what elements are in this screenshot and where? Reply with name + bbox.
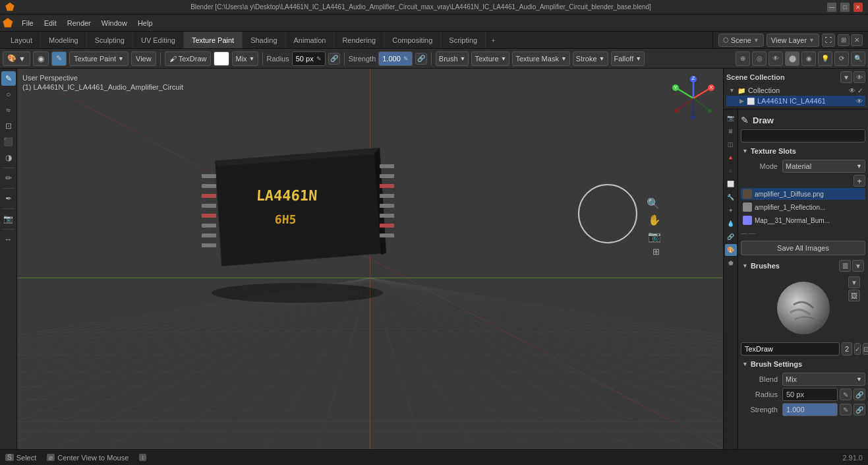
brush-selector[interactable]: 🖌 TexDraw: [165, 51, 212, 66]
tab-sculpting[interactable]: Sculpting: [87, 32, 133, 48]
tab-animation[interactable]: Animation: [286, 32, 335, 48]
camera-icon[interactable]: 📷: [1, 212, 16, 226]
delete-layout-btn[interactable]: ✕: [851, 34, 863, 46]
prop-physics-icon[interactable]: 💧: [725, 218, 737, 230]
editor-type-btn[interactable]: 🎨 ▼: [3, 51, 30, 66]
view-layer-selector[interactable]: View Layer ▼: [767, 34, 819, 47]
shading-eevee-icon[interactable]: ⟳: [834, 51, 849, 66]
tab-layout[interactable]: Layout: [3, 32, 41, 48]
texture-btn[interactable]: Texture ▼: [471, 51, 509, 66]
brush-preview-image-icon[interactable]: 🖼: [848, 290, 860, 301]
clone-tool[interactable]: ⊡: [1, 119, 16, 133]
add-texture-slot-btn[interactable]: +: [854, 175, 865, 187]
radius-prop-val[interactable]: 50 px: [782, 388, 838, 401]
tab-compositing[interactable]: Compositing: [384, 32, 441, 48]
prop-render-icon[interactable]: 📷: [725, 112, 737, 124]
radius-lock-icon[interactable]: 🔗: [328, 53, 340, 65]
shading-solid-icon[interactable]: ⬤: [785, 51, 799, 66]
fill-tool[interactable]: ⬛: [1, 135, 16, 149]
save-all-images-btn[interactable]: Save All Images: [741, 241, 865, 255]
prop-modifier-icon[interactable]: 🔧: [725, 191, 737, 203]
stroke-btn[interactable]: Stroke ▼: [573, 51, 608, 66]
soften-tool[interactable]: ○: [1, 87, 16, 102]
texture-slot-2[interactable]: Map__31_Normal_Bum...: [741, 214, 865, 226]
shading-rendered-icon[interactable]: 💡: [818, 51, 832, 66]
prop-output-icon[interactable]: 🖥: [725, 125, 737, 137]
tab-scripting[interactable]: Scripting: [441, 32, 486, 48]
view-btn[interactable]: View: [131, 51, 156, 66]
shading-material-icon[interactable]: ◉: [801, 51, 816, 66]
brush-search-input[interactable]: [741, 129, 865, 142]
blend-dropdown[interactable]: Mix ▼: [232, 51, 258, 66]
minimize-btn[interactable]: —: [827, 3, 836, 12]
brush-name-input[interactable]: [741, 342, 840, 356]
collection-item[interactable]: ▼ 📁 Collection 👁 ✓: [726, 85, 865, 96]
menu-window[interactable]: Window: [97, 18, 132, 28]
annotate-tool[interactable]: ✏: [1, 171, 16, 185]
show-hide-icon[interactable]: 👁: [768, 51, 783, 66]
prop-world-icon[interactable]: ○: [725, 165, 737, 177]
menu-edit[interactable]: Edit: [40, 18, 61, 28]
radius-prop-lock-icon[interactable]: 🔗: [854, 388, 865, 400]
prop-view-layer-icon[interactable]: ◫: [725, 139, 737, 150]
tab-rendering[interactable]: Rendering: [334, 32, 384, 48]
strength-prop-edit-icon[interactable]: ✎: [840, 404, 852, 416]
strength-value[interactable]: 1.000 ✎: [378, 51, 413, 66]
prop-constraints-icon[interactable]: 🔗: [725, 231, 737, 243]
texture-mask-btn[interactable]: Texture Mask ▼: [512, 51, 569, 66]
falloff-btn[interactable]: Falloff ▼: [611, 51, 645, 66]
tab-texture-paint[interactable]: Texture Paint: [184, 32, 243, 48]
texture-slot-0[interactable]: amplifier_1_Diffuse.png: [741, 188, 865, 200]
window-controls[interactable]: — □ ✕: [827, 3, 863, 12]
blend-prop-dropdown[interactable]: Mix ▼: [782, 373, 865, 386]
tab-modeling[interactable]: Modeling: [41, 32, 87, 48]
brush-list-icon[interactable]: ☰: [839, 260, 851, 272]
tab-uv-editing[interactable]: UV Editing: [133, 32, 184, 48]
maximize-btn[interactable]: □: [840, 3, 850, 12]
brush-options-btn[interactable]: Brush ▼: [436, 51, 469, 66]
strength-lock-icon[interactable]: 🔗: [415, 53, 427, 65]
prop-scene-icon[interactable]: 🔺: [725, 152, 737, 164]
strength-prop-lock-icon[interactable]: 🔗: [854, 404, 865, 416]
prop-data-icon[interactable]: 🎨: [725, 244, 737, 256]
outliner-eye-icon[interactable]: 👁: [854, 71, 865, 83]
tab-shading[interactable]: Shading: [243, 32, 285, 48]
smear-tool[interactable]: ≈: [1, 103, 16, 117]
radius-value[interactable]: 50 px ✎: [292, 51, 326, 66]
brushes-header[interactable]: ▼ Brushes ☰ ▼: [741, 258, 865, 274]
texture-mode-dropdown[interactable]: Material ▼: [782, 160, 865, 173]
add-workspace-btn[interactable]: +: [486, 32, 500, 48]
window-options[interactable]: ⛶: [822, 34, 835, 47]
strength-prop-val[interactable]: 1.000: [782, 403, 838, 416]
radius-prop-edit-icon[interactable]: ✎: [840, 388, 852, 400]
prop-material-icon[interactable]: ⬟: [725, 257, 737, 269]
viewport-gizmo[interactable]: Z X Y: [670, 75, 716, 123]
color-picker-tool[interactable]: ✒: [1, 191, 16, 206]
menu-file[interactable]: File: [17, 18, 38, 28]
brush-expand-icon[interactable]: ▼: [852, 260, 864, 272]
brush-save-icon[interactable]: ✓: [854, 343, 861, 355]
search-icon[interactable]: 🔍: [851, 51, 865, 66]
color-swatch[interactable]: [214, 51, 229, 66]
texture-slots-header[interactable]: ▼ Texture Slots: [741, 145, 865, 157]
mode-selector[interactable]: Texture Paint ▼: [69, 51, 129, 66]
texture-slot-1[interactable]: amplifier_1_Reflection...: [741, 201, 865, 213]
brush-preview-expand-icon[interactable]: ▼: [848, 276, 860, 288]
scene-selector[interactable]: ⬡ Scene ▼: [718, 34, 764, 47]
brush-copy-icon[interactable]: ⊡: [863, 343, 868, 355]
mask-tool[interactable]: ◑: [1, 150, 16, 165]
prop-particles-icon[interactable]: ✦: [725, 204, 737, 216]
overlay-icon[interactable]: ◎: [752, 51, 767, 66]
filter-icon[interactable]: ▼: [840, 71, 852, 83]
menu-render[interactable]: Render: [63, 18, 96, 28]
3d-viewport[interactable]: User Perspective (1) LA4461N_IC_LA4461_A…: [17, 69, 723, 449]
menu-help[interactable]: Help: [133, 18, 158, 28]
brush-settings-header[interactable]: ▼ Brush Settings: [741, 358, 865, 370]
close-btn[interactable]: ✕: [854, 3, 863, 12]
viewport-gizmo-icon[interactable]: ⊕: [736, 51, 750, 66]
draw-tool[interactable]: ✎: [1, 71, 16, 86]
copy-layout-btn[interactable]: ⊞: [838, 34, 850, 46]
viewport-overlay-btn[interactable]: ◉: [33, 51, 49, 66]
object-item[interactable]: ▶ ⬜ LA4461N IC_LA4461 👁: [726, 96, 865, 106]
prop-object-icon[interactable]: ⬜: [725, 178, 737, 190]
